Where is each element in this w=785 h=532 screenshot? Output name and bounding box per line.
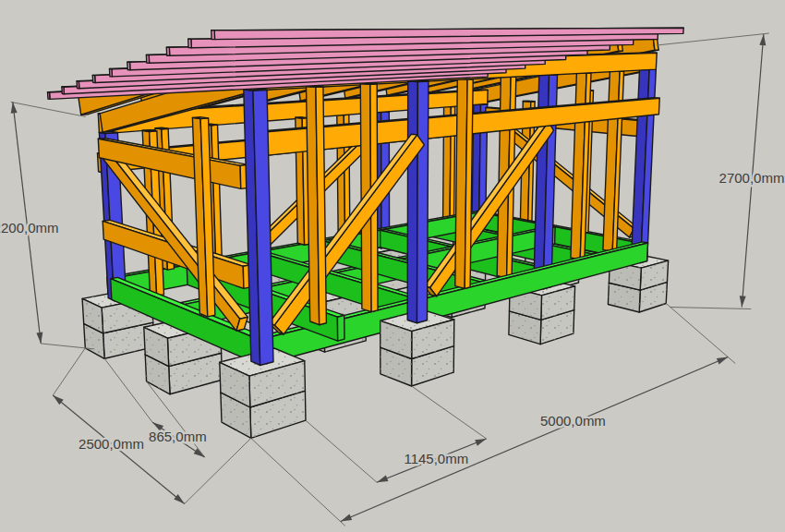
dimension-arrow (475, 439, 486, 446)
extension-line (412, 386, 487, 439)
extension-line (306, 420, 377, 482)
dimension-label-wall_high: 2700,0mm (719, 170, 785, 186)
extension-line (657, 33, 769, 45)
stud-front (455, 79, 473, 289)
post-front (407, 80, 429, 322)
dimension-label-width: 2500,0mm (78, 436, 144, 452)
stud-front (307, 86, 327, 325)
model-viewport[interactable]: 2200,0mm2700,0mm2500,0mm865,0mm1145,0mm5… (0, 0, 785, 532)
dimension-arrow (717, 357, 728, 365)
dimension-label-pier_gap_front: 1145,0mm (404, 451, 468, 466)
shed-frame-drawing: 2200,0mm2700,0mm2500,0mm865,0mm1145,0mm5… (0, 0, 785, 532)
dimension-arrow (377, 476, 388, 483)
extension-line (185, 438, 251, 503)
dimension-arrow (11, 102, 18, 113)
extension-line (11, 102, 86, 116)
dimension-arrow (740, 296, 746, 307)
dimension-arrow (759, 34, 766, 45)
dimension-label-pier_gap_side: 865,0mm (149, 429, 207, 444)
dimension-arrow (36, 332, 42, 344)
extension-line (666, 304, 735, 364)
extension-line (251, 438, 345, 526)
extension-line (670, 308, 751, 309)
dimension-label-wall_low: 2200,0mm (0, 220, 58, 236)
dimension-arrow (341, 514, 352, 522)
extension-line (53, 348, 85, 395)
dimension-label-length: 5000,0mm (540, 413, 606, 429)
